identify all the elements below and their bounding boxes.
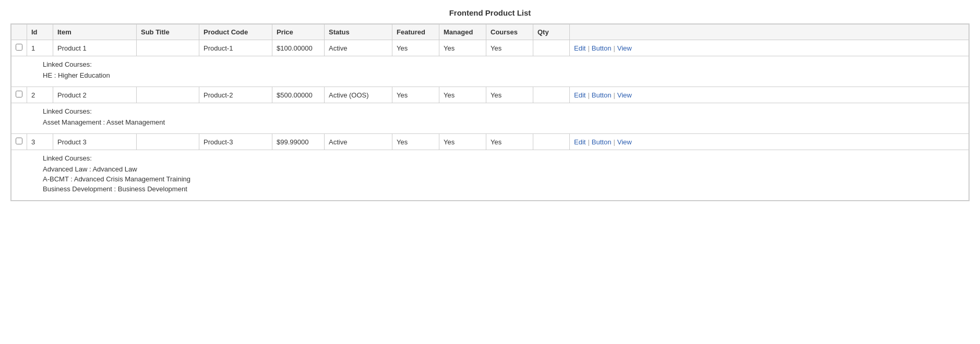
row-2-subtitle [137,134,199,150]
row-0-sep2: | [613,44,615,52]
row-2-course-0: Advanced Law : Advanced Law [43,165,961,173]
row-2-sep2: | [613,138,615,146]
row-2-detail: Linked Courses:Advanced Law : Advanced L… [11,150,969,201]
row-0-actions: Edit|Button|View [570,40,969,56]
row-2-qty [533,134,570,150]
row-0-detail-cell: Linked Courses:HE : Higher Education [11,56,969,87]
row-1-checkbox-cell [11,87,27,103]
row-0-price: $100.00000 [272,40,325,56]
header-featured: Featured [392,24,439,40]
header-productcode: Product Code [199,24,272,40]
row-2-status: Active [325,134,392,150]
row-1-detail: Linked Courses:Asset Management : Asset … [11,103,969,134]
row-1-edit-link[interactable]: Edit [574,91,585,99]
page-title: Frontend Product List [10,8,970,17]
row-2-courses: Yes [486,134,533,150]
table-row: 2Product 2Product-2$500.00000Active (OOS… [11,87,969,103]
row-1-linked-courses-label: Linked Courses: [43,107,961,115]
row-1-sep1: | [588,91,589,99]
row-1-qty [533,87,570,103]
row-2-checkbox[interactable] [16,138,22,144]
row-0-view-link[interactable]: View [617,44,632,52]
row-0-id: 1 [27,40,53,56]
header-item: Item [53,24,137,40]
row-0-status: Active [325,40,392,56]
row-0-featured: Yes [392,40,439,56]
row-2-edit-link[interactable]: Edit [574,138,585,146]
row-1-view-link[interactable]: View [617,91,632,99]
row-0-qty [533,40,570,56]
row-2-id: 3 [27,134,53,150]
row-0-item: Product 1 [53,40,137,56]
row-0-sep1: | [588,44,589,52]
row-1-featured: Yes [392,87,439,103]
row-1-actions: Edit|Button|View [570,87,969,103]
header-courses: Courses [486,24,533,40]
row-1-course-0: Asset Management : Asset Management [43,118,961,126]
row-0-linked-courses-label: Linked Courses: [43,60,961,68]
row-1-sep2: | [613,91,615,99]
row-2-price: $99.99000 [272,134,325,150]
header-subtitle: Sub Title [137,24,199,40]
row-2-linked-courses-label: Linked Courses: [43,154,961,162]
row-2-detail-cell: Linked Courses:Advanced Law : Advanced L… [11,150,969,201]
table-header: Id Item Sub Title Product Code Price Sta… [11,24,969,40]
row-1-status: Active (OOS) [325,87,392,103]
page-wrapper: Frontend Product List Id Item Sub Title … [0,0,980,344]
row-0-checkbox[interactable] [16,44,22,51]
row-2-sep1: | [588,138,589,146]
table-body: 1Product 1Product-1$100.00000ActiveYesYe… [11,40,969,201]
row-0-courses: Yes [486,40,533,56]
header-qty: Qty [533,24,570,40]
row-1-price: $500.00000 [272,87,325,103]
row-2-managed: Yes [439,134,486,150]
row-1-id: 2 [27,87,53,103]
row-2-item: Product 3 [53,134,137,150]
product-table: Id Item Sub Title Product Code Price Sta… [11,24,969,201]
row-1-detail-cell: Linked Courses:Asset Management : Asset … [11,103,969,134]
row-0-subtitle [137,40,199,56]
row-2-course-1: A-BCMT : Advanced Crisis Management Trai… [43,175,961,183]
row-2-view-link[interactable]: View [617,138,632,146]
row-2-productcode: Product-3 [199,134,272,150]
row-1-item: Product 2 [53,87,137,103]
row-1-productcode: Product-2 [199,87,272,103]
header-id: Id [27,24,53,40]
row-0-managed: Yes [439,40,486,56]
row-1-managed: Yes [439,87,486,103]
row-2-button-link[interactable]: Button [592,138,612,146]
row-0-productcode: Product-1 [199,40,272,56]
header-status: Status [325,24,392,40]
row-2-featured: Yes [392,134,439,150]
row-0-detail: Linked Courses:HE : Higher Education [11,56,969,87]
row-2-checkbox-cell [11,134,27,150]
header-actions [570,24,969,40]
table-row: 1Product 1Product-1$100.00000ActiveYesYe… [11,40,969,56]
header-price: Price [272,24,325,40]
table-row: 3Product 3Product-3$99.99000ActiveYesYes… [11,134,969,150]
header-managed: Managed [439,24,486,40]
row-1-button-link[interactable]: Button [592,91,612,99]
row-1-subtitle [137,87,199,103]
row-2-course-2: Business Development : Business Developm… [43,185,961,193]
header-row: Id Item Sub Title Product Code Price Sta… [11,24,969,40]
row-0-course-0: HE : Higher Education [43,71,961,79]
row-0-checkbox-cell [11,40,27,56]
header-checkbox [11,24,27,40]
row-1-checkbox[interactable] [16,91,22,97]
row-0-edit-link[interactable]: Edit [574,44,585,52]
row-0-button-link[interactable]: Button [592,44,612,52]
row-2-actions: Edit|Button|View [570,134,969,150]
row-1-courses: Yes [486,87,533,103]
table-container: Id Item Sub Title Product Code Price Sta… [10,23,970,201]
